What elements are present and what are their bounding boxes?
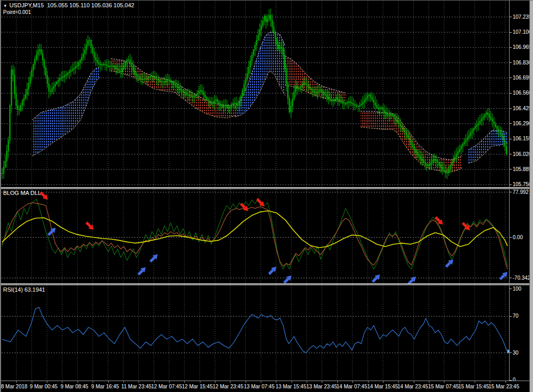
rsi-name: RSI(14) <box>3 286 23 293</box>
time-tick <box>16 381 17 383</box>
indicator-level-label-tick <box>510 192 512 192</box>
time-tick <box>93 381 93 383</box>
indicator-label: BLOG MA DLL <box>3 190 41 196</box>
time-label: 12 Mar 23:45 <box>213 384 244 389</box>
time-tick <box>475 381 475 383</box>
time-label: 12 Mar 07:45 <box>151 384 182 389</box>
price-tick-label: 106.560 <box>513 90 531 96</box>
time-tick <box>429 381 429 383</box>
buy-arrow <box>373 275 380 282</box>
time-tick <box>169 381 170 383</box>
panel-separator-1[interactable] <box>0 187 533 189</box>
price-tick-label: 107.235 <box>513 14 531 20</box>
price-tick-label: 106.695 <box>513 75 531 81</box>
rsi-line <box>2 307 507 353</box>
buy-arrow <box>446 259 453 267</box>
time-axis[interactable]: 8 Mar 20189 Mar 00:459 Mar 08:459 Mar 16… <box>0 381 533 392</box>
slow-ma-line <box>2 211 507 247</box>
panel-separator-2[interactable] <box>0 283 533 285</box>
time-tick <box>123 381 124 383</box>
indicator-level-label-tick <box>510 278 512 278</box>
time-tick <box>444 381 445 383</box>
time-tick <box>414 381 414 383</box>
rsi-level-label-tick <box>510 316 512 317</box>
indicator-level-label-tick <box>510 237 512 238</box>
buy-arrow <box>138 267 146 275</box>
rsi-value: 63.1941 <box>24 286 45 293</box>
time-tick <box>230 381 231 383</box>
price-tick-label: 106.290 <box>513 121 531 126</box>
sell-arrow <box>86 223 94 230</box>
time-tick <box>32 381 32 383</box>
price-axis[interactable]: 107.235107.100106.965106.830106.695106.5… <box>509 1 530 392</box>
time-label: 13 Mar 07:45 <box>244 384 275 389</box>
price-tick-label-tick <box>510 108 512 109</box>
mt4-chart-window: ▼USDJPY,M15 105.055 105.110 105.036 105.… <box>0 0 533 392</box>
symbol-dropdown-icon[interactable]: ▼ <box>3 4 7 8</box>
sell-arrow <box>241 204 248 211</box>
price-tick-label-tick <box>510 32 512 33</box>
time-label: 14 Mar 15:45 <box>367 384 398 389</box>
time-label: 15 Mar 07:45 <box>428 384 459 389</box>
time-tick <box>505 381 506 383</box>
sell-arrow <box>463 223 470 230</box>
time-tick <box>460 381 460 383</box>
price-tick-label-tick <box>510 169 512 169</box>
buy-arrow <box>48 228 56 235</box>
time-tick <box>337 381 338 383</box>
buy-arrow <box>150 254 158 262</box>
rsi-label: RSI(14) 63.1941 <box>3 286 45 293</box>
buy-arrow <box>284 276 291 283</box>
price-tick-label: 105.885 <box>513 166 531 172</box>
indicator-chart-canvas[interactable] <box>0 189 509 283</box>
time-tick <box>276 381 276 383</box>
price-tick-label-tick <box>510 47 512 48</box>
chart-title: ▼USDJPY,M15 105.055 105.110 105.036 105.… <box>3 2 134 15</box>
price-tick-label-tick <box>510 139 512 139</box>
time-tick <box>322 381 322 383</box>
time-tick <box>307 381 307 383</box>
time-label: 13 Mar 23:45 <box>307 384 337 389</box>
price-tick-label-tick <box>510 77 512 78</box>
buy-arrow <box>409 277 416 283</box>
ichimoku-cloud-red <box>111 59 235 118</box>
time-tick <box>62 381 62 383</box>
ohlc-values: 105.055 105.110 105.036 105.042 <box>47 2 134 8</box>
ichimoku-cloud-blue <box>235 32 285 117</box>
rsi-chart-canvas[interactable] <box>0 285 509 381</box>
time-label: 14 Mar 23:45 <box>398 384 428 389</box>
ichimoku-cloud-blue <box>32 67 100 156</box>
price-tick-label-tick <box>510 123 512 124</box>
price-tick-label-tick <box>510 62 512 63</box>
window-right-border <box>529 1 533 392</box>
price-tick-label-tick <box>510 17 512 17</box>
point-label: Point=0.001 <box>3 9 134 15</box>
time-label: 9 Mar 16:45 <box>91 384 119 389</box>
price-tick-label: 106.155 <box>513 136 531 141</box>
fast-oscillator-line <box>2 198 507 269</box>
sell-arrow <box>41 192 48 200</box>
time-tick <box>78 381 78 383</box>
price-tick-label: 106.965 <box>513 44 531 50</box>
time-tick <box>215 381 215 383</box>
indicator-level-label: 77.992 <box>513 189 529 195</box>
time-label: 15 Mar 23:45 <box>489 384 519 389</box>
time-tick <box>47 381 47 383</box>
price-tick-label: 106.020 <box>513 151 531 157</box>
time-tick <box>154 381 155 383</box>
time-label: 12 Mar 15:45 <box>182 384 213 389</box>
time-tick <box>383 381 384 383</box>
rsi-level-label: 70 <box>513 313 518 319</box>
rsi-level-label: 30 <box>513 350 518 356</box>
rsi-level-label: 100 <box>513 286 522 292</box>
time-label: 15 Mar 15:45 <box>459 384 489 389</box>
time-label: 8 Mar 2018 <box>1 384 28 389</box>
time-tick <box>108 381 109 383</box>
time-tick <box>246 381 246 383</box>
price-chart-canvas[interactable] <box>0 1 509 187</box>
time-tick <box>368 381 369 383</box>
window-left-border <box>0 1 1 392</box>
price-tick-label: 106.425 <box>513 106 531 111</box>
time-label: 14 Mar 07:45 <box>337 384 367 389</box>
price-tick-label: 106.830 <box>513 60 531 66</box>
